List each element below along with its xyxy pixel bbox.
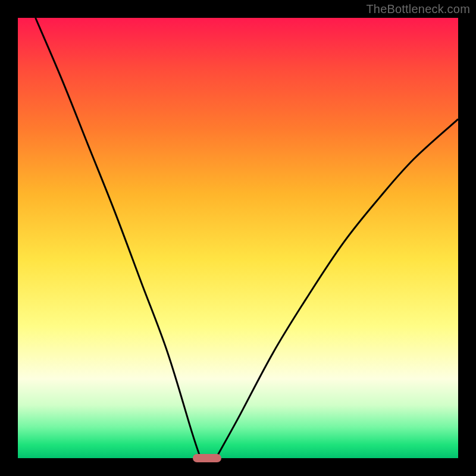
plot-area [18, 18, 458, 458]
chart-frame: TheBottleneck.com [0, 0, 476, 476]
curve-right-branch [216, 119, 458, 458]
watermark-text: TheBottleneck.com [366, 2, 470, 16]
bottleneck-curve [18, 18, 458, 458]
curve-left-branch [36, 18, 201, 458]
optimal-marker [193, 454, 221, 462]
